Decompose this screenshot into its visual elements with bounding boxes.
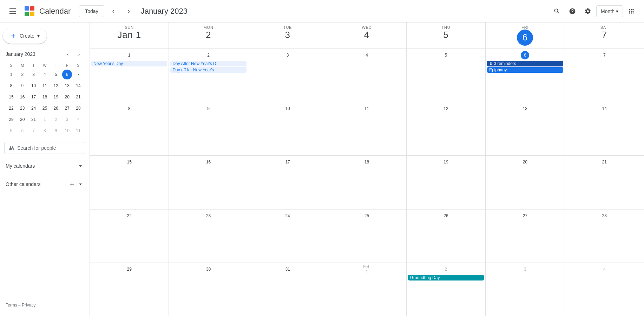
calendar-cell[interactable]: 9 [169, 102, 248, 155]
calendar-cell[interactable]: 29 [90, 263, 169, 316]
calendar-day-number[interactable]: 7 [600, 51, 609, 59]
mini-day[interactable]: 1 [6, 70, 16, 79]
calendar-day-number[interactable]: 12 [442, 104, 450, 113]
mini-day[interactable]: 25 [40, 103, 50, 113]
calendar-cell[interactable]: 15 [90, 156, 169, 209]
calendar-day-number[interactable]: 20 [521, 158, 529, 166]
mini-day[interactable]: 3 [62, 115, 72, 124]
mini-day[interactable]: 28 [73, 103, 83, 113]
event-chip[interactable]: Groundhog Day [408, 275, 484, 280]
calendar-cell[interactable]: 28 [565, 209, 644, 263]
calendar-day-number[interactable]: 4 [600, 265, 609, 273]
calendar-cell[interactable]: 30 [169, 263, 248, 316]
mini-day[interactable]: 7 [73, 70, 83, 79]
header-day-number[interactable]: 4 [327, 30, 406, 40]
calendar-cell[interactable]: 31 [248, 263, 327, 316]
calendar-day-number[interactable]: 9 [204, 104, 213, 113]
calendar-cell[interactable]: 24 [248, 209, 327, 263]
calendar-cell[interactable]: 3 [248, 49, 327, 102]
calendar-cell[interactable]: 20 [486, 156, 565, 209]
mini-day[interactable]: 8 [6, 81, 16, 91]
mini-day[interactable]: 10 [29, 81, 39, 91]
calendar-cell[interactable]: 17 [248, 156, 327, 209]
other-calendars-header[interactable]: Other calendars [6, 178, 84, 191]
event-chip[interactable]: New Year's Day [91, 61, 167, 66]
mini-day[interactable]: 24 [29, 103, 39, 113]
calendar-day-number[interactable]: 18 [362, 158, 371, 166]
settings-button[interactable] [581, 4, 595, 18]
search-people-input[interactable]: Search for people [4, 142, 85, 154]
add-calendar-icon[interactable] [68, 181, 75, 188]
event-chip[interactable]: ⬇ 3 reminders [487, 61, 563, 66]
calendar-cell[interactable]: 5 [407, 49, 486, 102]
mini-day[interactable]: 23 [18, 103, 27, 113]
mini-day[interactable]: 9 [51, 126, 61, 136]
mini-day[interactable]: 18 [40, 92, 50, 102]
mini-day[interactable]: 9 [18, 81, 27, 91]
mini-day[interactable]: 8 [40, 126, 50, 136]
mini-day[interactable]: 14 [73, 81, 83, 91]
calendar-day-number[interactable]: 14 [600, 104, 609, 113]
calendar-day-number[interactable]: 8 [125, 104, 133, 113]
mini-day[interactable]: 11 [40, 81, 50, 91]
mini-day[interactable]: 2 [18, 70, 27, 79]
header-day-number[interactable]: 2 [169, 30, 248, 40]
create-button[interactable]: Create ▾ [3, 28, 47, 44]
mini-day[interactable]: 6 [18, 126, 27, 136]
mini-day[interactable]: 27 [62, 103, 72, 113]
calendar-day-number[interactable]: 5 [442, 51, 450, 59]
menu-button[interactable] [6, 4, 20, 18]
calendar-day-number[interactable]: Feb 1 [362, 265, 371, 273]
header-day-number[interactable]: 3 [248, 30, 327, 40]
calendar-day-number[interactable]: 30 [204, 265, 213, 273]
mini-day[interactable]: 5 [6, 126, 16, 136]
calendar-day-number[interactable]: 10 [283, 104, 292, 113]
calendar-day-number[interactable]: 27 [521, 212, 529, 220]
mini-day[interactable]: 15 [6, 92, 16, 102]
calendar-day-number[interactable]: 1 [125, 51, 133, 59]
mini-day[interactable]: 6 [62, 70, 72, 79]
apps-button[interactable] [624, 4, 638, 18]
calendar-day-number[interactable]: 2 [204, 51, 213, 59]
calendar-cell[interactable]: 6⬇ 3 remindersEpiphany [486, 49, 565, 102]
calendar-day-number[interactable]: 6 [521, 51, 529, 59]
event-chip[interactable]: Day off for New Year's [170, 67, 246, 73]
calendar-day-number[interactable]: 2 [442, 265, 450, 273]
mini-day[interactable]: 31 [29, 115, 39, 124]
calendar-day-number[interactable]: 29 [125, 265, 133, 273]
calendar-cell[interactable]: 4 [327, 49, 406, 102]
calendar-day-number[interactable]: 26 [442, 212, 450, 220]
calendar-day-number[interactable]: 19 [442, 158, 450, 166]
calendar-cell[interactable]: 26 [407, 209, 486, 263]
calendar-cell[interactable]: 10 [248, 102, 327, 155]
privacy-link[interactable]: Privacy [22, 303, 35, 308]
calendar-day-number[interactable]: 28 [600, 212, 609, 220]
header-day-number[interactable]: Jan 1 [90, 30, 169, 40]
mini-day[interactable]: 26 [51, 103, 61, 113]
search-button[interactable] [550, 4, 564, 18]
calendar-cell[interactable]: 1New Year's Day [90, 49, 169, 102]
calendar-day-number[interactable]: 23 [204, 212, 213, 220]
calendar-day-number[interactable]: 3 [283, 51, 292, 59]
mini-day[interactable]: 2 [51, 115, 61, 124]
mini-day[interactable]: 13 [62, 81, 72, 91]
header-day-number[interactable]: 6 [517, 30, 533, 46]
mini-day[interactable]: 10 [62, 126, 72, 136]
mini-day[interactable]: 5 [51, 70, 61, 79]
calendar-cell[interactable]: 4 [565, 263, 644, 316]
calendar-cell[interactable]: 19 [407, 156, 486, 209]
mini-day[interactable]: 22 [6, 103, 16, 113]
calendar-cell[interactable]: 25 [327, 209, 406, 263]
calendar-cell[interactable]: 23 [169, 209, 248, 263]
calendar-cell[interactable]: 7 [565, 49, 644, 102]
calendar-cell[interactable]: 22 [90, 209, 169, 263]
header-day-number[interactable]: 5 [407, 30, 485, 40]
calendar-cell[interactable]: 27 [486, 209, 565, 263]
calendar-day-number[interactable]: 11 [362, 104, 371, 113]
view-selector-button[interactable]: Month ▾ [596, 5, 623, 17]
mini-day[interactable]: 20 [62, 92, 72, 102]
mini-day[interactable]: 7 [29, 126, 39, 136]
mini-day[interactable]: 11 [73, 126, 83, 136]
calendar-cell[interactable]: 14 [565, 102, 644, 155]
header-day-number[interactable]: 7 [565, 30, 644, 40]
